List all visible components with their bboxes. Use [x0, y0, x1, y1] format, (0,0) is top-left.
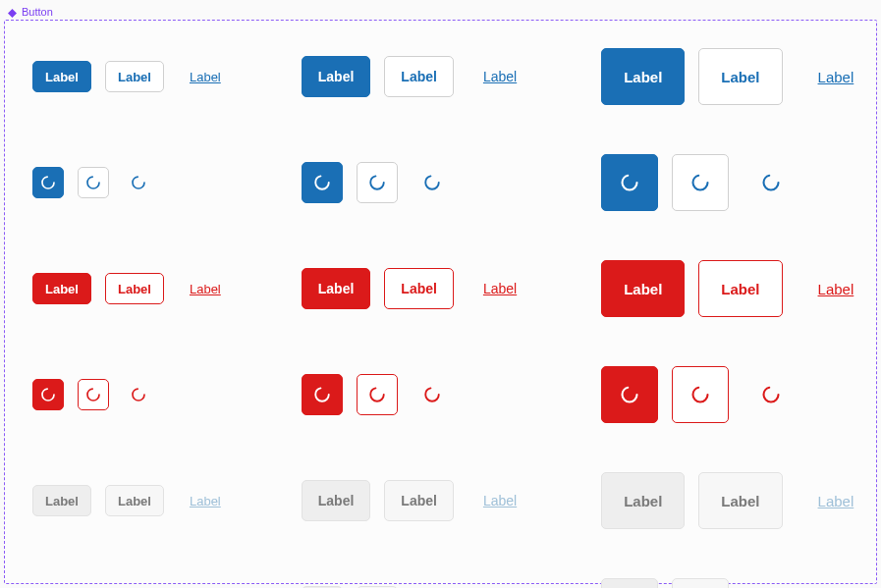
button-primary-text-s[interactable]: Label: [178, 61, 233, 92]
component-icon: [8, 8, 17, 17]
button-primary-outline-loading-l[interactable]: [672, 154, 729, 211]
spinner-icon: [690, 385, 710, 404]
button-primary-text-loading-s[interactable]: [123, 167, 154, 198]
button-danger-outline-m[interactable]: Label: [384, 268, 454, 309]
button-danger-text-m[interactable]: Label: [468, 268, 532, 309]
svg-point-11: [133, 389, 144, 401]
button-label: Label: [45, 494, 79, 508]
button-disabled-outline-s: Label: [105, 485, 164, 516]
button-label: Label: [318, 281, 355, 296]
button-danger-text-l[interactable]: Label: [797, 260, 876, 317]
button-label: Label: [483, 493, 517, 508]
button-label: Label: [721, 493, 759, 509]
button-danger-outline-s[interactable]: Label: [105, 273, 164, 304]
button-danger-text-loading-s[interactable]: [123, 379, 154, 410]
button-label: Label: [624, 69, 662, 85]
svg-point-12: [315, 388, 329, 401]
button-label: Label: [401, 493, 437, 508]
svg-point-0: [42, 177, 54, 188]
button-primary-text-loading-m[interactable]: [412, 162, 453, 203]
cell-primary-loading-l: [601, 154, 875, 211]
spinner-icon: [131, 175, 146, 190]
button-disabled-outline-l: Label: [698, 472, 782, 529]
cell-disabled-loading-s: [32, 578, 233, 588]
button-disabled-text-loading-l: [743, 578, 799, 588]
button-danger-text-s[interactable]: Label: [178, 273, 233, 304]
svg-point-3: [315, 176, 329, 189]
button-primary-filled-loading-l[interactable]: [601, 154, 658, 211]
button-disabled-filled-m: Label: [302, 480, 371, 521]
button-danger-outline-loading-m[interactable]: [357, 374, 398, 415]
button-danger-outline-l[interactable]: Label: [698, 260, 782, 317]
button-label: Label: [624, 281, 662, 297]
button-primary-outline-l[interactable]: Label: [698, 48, 782, 105]
button-label: Label: [401, 69, 437, 84]
button-primary-filled-m[interactable]: Label: [302, 56, 371, 97]
button-danger-text-loading-l[interactable]: [743, 366, 799, 423]
button-label: Label: [118, 70, 151, 84]
button-danger-filled-s[interactable]: Label: [32, 273, 91, 304]
spinner-icon: [761, 173, 781, 192]
cell-primary-m: Label Label Label: [302, 48, 532, 105]
variants-grid: Label Label Label Label Label Label Labe…: [32, 48, 849, 556]
button-primary-outline-s[interactable]: Label: [105, 61, 164, 92]
component-name: Button: [22, 6, 53, 18]
spinner-icon: [313, 386, 331, 403]
spinner-icon: [690, 173, 710, 192]
button-danger-filled-m[interactable]: Label: [302, 268, 371, 309]
button-danger-filled-loading-s[interactable]: [32, 379, 64, 410]
button-primary-filled-loading-m[interactable]: [302, 162, 343, 203]
button-danger-filled-loading-l[interactable]: [601, 366, 658, 423]
cell-disabled-loading-m: [302, 578, 532, 588]
svg-point-4: [370, 176, 384, 189]
button-danger-outline-loading-s[interactable]: [78, 379, 109, 410]
cell-primary-loading-s: [32, 154, 233, 211]
spinner-icon: [761, 385, 781, 404]
button-label: Label: [818, 69, 854, 85]
button-label: Label: [318, 493, 355, 508]
cell-danger-m: Label Label Label: [302, 260, 532, 317]
button-primary-text-loading-l[interactable]: [743, 154, 799, 211]
button-disabled-filled-loading-l: [601, 578, 658, 588]
button-disabled-text-l: Label: [797, 472, 876, 529]
button-primary-outline-loading-s[interactable]: [78, 167, 109, 198]
svg-point-15: [623, 388, 637, 402]
spinner-icon: [620, 173, 639, 192]
spinner-icon: [85, 175, 101, 190]
button-primary-outline-m[interactable]: Label: [384, 56, 454, 97]
button-primary-filled-loading-s[interactable]: [32, 167, 64, 198]
cell-disabled-loading-l: [601, 578, 875, 588]
button-label: Label: [818, 493, 854, 509]
cell-danger-loading-m: [302, 366, 532, 423]
button-primary-text-l[interactable]: Label: [797, 48, 876, 105]
button-disabled-text-m: Label: [468, 480, 532, 521]
button-disabled-filled-l: Label: [601, 472, 685, 529]
spinner-icon: [368, 174, 386, 191]
button-label: Label: [818, 281, 854, 297]
button-label: Label: [721, 281, 759, 297]
button-danger-outline-loading-l[interactable]: [672, 366, 729, 423]
button-primary-filled-l[interactable]: Label: [601, 48, 685, 105]
svg-point-7: [693, 176, 708, 190]
button-label: Label: [483, 69, 517, 84]
button-primary-outline-loading-m[interactable]: [357, 162, 398, 203]
spinner-icon: [131, 387, 146, 402]
button-label: Label: [483, 281, 517, 296]
button-primary-filled-s[interactable]: Label: [32, 61, 91, 92]
spinner-icon: [368, 386, 386, 403]
button-danger-filled-l[interactable]: Label: [601, 260, 685, 317]
button-primary-text-m[interactable]: Label: [468, 56, 532, 97]
spinner-icon: [423, 174, 441, 191]
button-disabled-outline-m: Label: [384, 480, 454, 521]
svg-point-8: [764, 176, 779, 190]
component-header: Button: [4, 4, 877, 20]
cell-primary-s: Label Label Label: [32, 48, 233, 105]
button-danger-text-loading-m[interactable]: [412, 374, 453, 415]
cell-danger-l: Label Label Label: [601, 260, 875, 317]
svg-point-16: [693, 388, 708, 402]
button-danger-filled-loading-m[interactable]: [302, 374, 343, 415]
spinner-icon: [40, 175, 56, 190]
button-disabled-filled-s: Label: [32, 485, 91, 516]
svg-point-2: [133, 177, 144, 188]
svg-point-10: [87, 389, 99, 401]
